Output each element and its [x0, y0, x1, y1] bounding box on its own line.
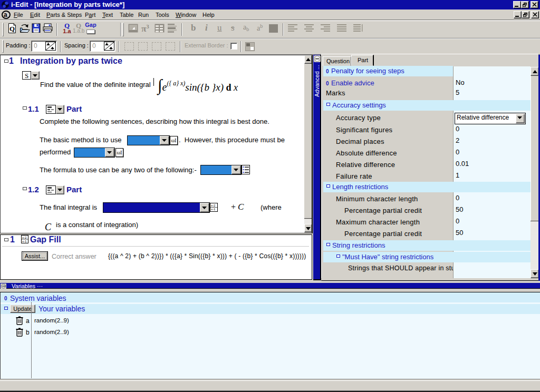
svg-text:x-2: x-2 [211, 204, 216, 207]
svg-text:x-2: x-2 [22, 236, 27, 239]
svg-text:x-1: x-1 [22, 240, 27, 243]
svg-text:x-1: x-1 [211, 208, 216, 211]
svg-text:Q: Q [9, 25, 15, 33]
